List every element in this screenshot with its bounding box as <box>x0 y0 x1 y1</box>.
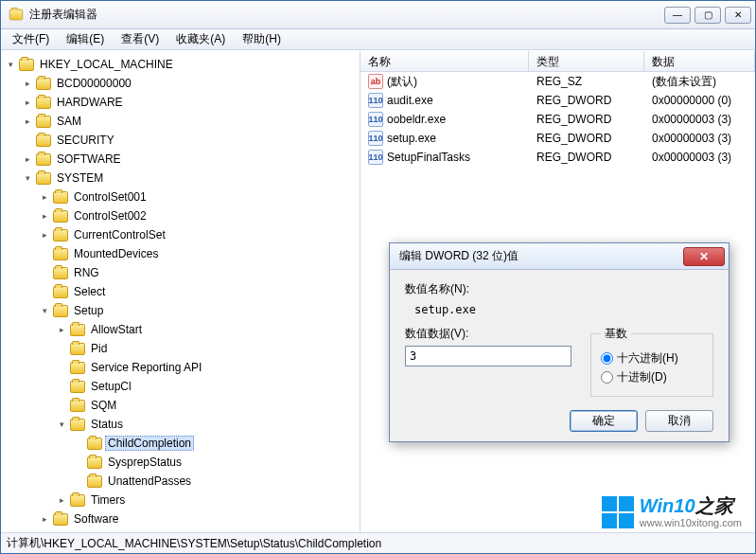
tree-node-label: ControlSet001 <box>71 189 149 205</box>
collapse-icon[interactable]: ▾ <box>5 59 16 70</box>
tree-node-label: SQM <box>88 398 119 413</box>
folder-icon <box>36 134 51 147</box>
value-row[interactable]: 110setup.exeREG_DWORD0x00000003 (3) <box>360 129 755 148</box>
radix-hex-label: 十六进制(H) <box>617 350 678 366</box>
expand-icon[interactable]: ▸ <box>56 324 67 335</box>
folder-icon <box>53 248 68 260</box>
tree-node[interactable]: UnattendPasses <box>73 472 360 491</box>
radix-hex-radio[interactable] <box>601 352 613 365</box>
maximize-button[interactable]: ▢ <box>694 7 721 24</box>
window-title: 注册表编辑器 <box>29 7 97 23</box>
menu-favorites[interactable]: 收藏夹(A) <box>168 29 233 49</box>
tree-node[interactable]: MountedDevices <box>39 244 360 263</box>
tree-node[interactable]: ▸AllowStart <box>56 320 360 339</box>
expand-icon[interactable]: ▸ <box>22 116 33 127</box>
tree-node[interactable]: ▾Status <box>56 415 360 434</box>
expand-icon[interactable]: ▸ <box>22 78 33 89</box>
value-row[interactable]: 110oobeldr.exeREG_DWORD0x00000003 (3) <box>360 110 755 129</box>
tree-node[interactable]: ▸SOFTWARE <box>22 150 360 169</box>
folder-icon <box>53 267 68 279</box>
tree-node[interactable]: ▸SAM <box>22 112 360 131</box>
collapse-icon[interactable]: ▾ <box>39 305 50 316</box>
tree-node-label: BCD00000000 <box>54 76 134 91</box>
cell-type: REG_SZ <box>529 75 644 88</box>
tree-root-node[interactable]: ▾HKEY_LOCAL_MACHINE <box>5 55 360 74</box>
collapse-icon[interactable]: ▾ <box>56 419 67 430</box>
ok-button[interactable]: 确定 <box>570 410 638 432</box>
column-type[interactable]: 类型 <box>529 51 644 71</box>
tree-node[interactable]: ▾Setup <box>39 301 360 320</box>
tree-node[interactable]: Pid <box>56 339 360 358</box>
dialog-close-button[interactable]: ✕ <box>683 247 725 266</box>
cancel-button[interactable]: 取消 <box>645 410 713 432</box>
cell-name: 110oobeldr.exe <box>360 112 529 127</box>
expand-icon[interactable]: ▸ <box>56 494 67 506</box>
menubar: 文件(F) 编辑(E) 查看(V) 收藏夹(A) 帮助(H) <box>1 29 755 50</box>
value-name-label: 数值名称(N): <box>405 281 713 297</box>
folder-icon <box>70 362 85 374</box>
tree-node[interactable]: SQM <box>56 396 360 415</box>
column-name[interactable]: 名称 <box>360 51 529 71</box>
folder-icon <box>36 116 51 128</box>
dialog-titlebar[interactable]: 编辑 DWORD (32 位)值 ✕ <box>390 243 729 270</box>
tree-pane[interactable]: ▾HKEY_LOCAL_MACHINE▸BCD00000000▸HARDWARE… <box>1 51 360 532</box>
tree-node[interactable]: ▸ControlSet001 <box>39 188 360 206</box>
value-row[interactable]: 110SetupFinalTasksREG_DWORD0x00000003 (3… <box>360 148 755 167</box>
tree-node[interactable]: ▸CurrentControlSet <box>39 225 360 244</box>
collapse-icon[interactable]: ▾ <box>22 172 33 184</box>
tree-node[interactable]: SECURITY <box>22 131 360 150</box>
dialog-buttons: 确定 取消 <box>405 410 713 432</box>
value-row[interactable]: 110audit.exeREG_DWORD0x00000000 (0) <box>360 91 755 110</box>
folder-icon <box>87 456 102 469</box>
expand-icon[interactable]: ▸ <box>39 229 50 241</box>
radix-dec-row[interactable]: 十进制(D) <box>601 369 703 385</box>
tree-node-label: CurrentControlSet <box>71 227 168 242</box>
radix-legend: 基数 <box>601 326 631 342</box>
tree-node[interactable]: RNG <box>39 263 360 282</box>
tree-node[interactable]: Service Reporting API <box>56 358 360 377</box>
binary-value-icon: 110 <box>368 112 383 127</box>
expand-icon[interactable]: ▸ <box>22 97 33 108</box>
registry-tree: ▾HKEY_LOCAL_MACHINE▸BCD00000000▸HARDWARE… <box>5 55 360 528</box>
tree-node-label: ControlSet002 <box>71 208 149 223</box>
tree-node-label: Pid <box>88 341 110 356</box>
tree-node-label: SECURITY <box>54 133 117 148</box>
value-row[interactable]: ab(默认)REG_SZ(数值未设置) <box>360 72 755 91</box>
tree-node[interactable]: ChildCompletion <box>73 434 360 453</box>
titlebar[interactable]: 注册表编辑器 — ▢ ✕ <box>1 1 755 29</box>
edit-dword-dialog[interactable]: 编辑 DWORD (32 位)值 ✕ 数值名称(N): setup.exe 数值… <box>389 242 730 442</box>
tree-node[interactable]: Select <box>39 282 360 301</box>
folder-icon <box>36 78 51 90</box>
tree-node[interactable]: ▸ControlSet002 <box>39 206 360 225</box>
column-data[interactable]: 数据 <box>644 51 755 71</box>
value-data-input[interactable] <box>405 346 571 366</box>
tree-node[interactable]: ▸Timers <box>56 491 360 509</box>
expand-icon[interactable]: ▸ <box>22 153 33 165</box>
cell-data: 0x00000003 (3) <box>644 151 755 164</box>
cell-data: 0x00000003 (3) <box>644 132 755 145</box>
menu-help[interactable]: 帮助(H) <box>235 29 289 49</box>
cell-name: 110setup.exe <box>360 131 529 146</box>
tree-node[interactable]: ▾SYSTEM <box>22 169 360 188</box>
tree-node[interactable]: ▸Software <box>39 509 360 528</box>
menu-view[interactable]: 查看(V) <box>114 29 167 49</box>
cell-name: 110SetupFinalTasks <box>360 150 529 165</box>
close-button[interactable]: ✕ <box>725 7 751 24</box>
expand-icon[interactable]: ▸ <box>39 210 50 222</box>
radix-fieldset: 基数 十六进制(H) 十进制(D) <box>590 326 713 397</box>
minimize-button[interactable]: — <box>664 7 691 24</box>
tree-node[interactable]: ▸HARDWARE <box>22 93 360 112</box>
radix-hex-row[interactable]: 十六进制(H) <box>601 350 703 366</box>
expand-icon[interactable]: ▸ <box>39 191 50 203</box>
menu-file[interactable]: 文件(F) <box>5 29 57 49</box>
cell-type: REG_DWORD <box>529 94 644 107</box>
expand-icon[interactable]: ▸ <box>39 513 50 525</box>
value-data-label: 数值数据(V): <box>405 326 571 342</box>
tree-node[interactable]: ▸BCD00000000 <box>22 74 360 93</box>
binary-value-icon: 110 <box>368 150 383 165</box>
radix-dec-radio[interactable] <box>601 371 613 384</box>
tree-node[interactable]: SysprepStatus <box>73 453 360 472</box>
menu-edit[interactable]: 编辑(E) <box>59 29 112 49</box>
tree-node[interactable]: SetupCl <box>56 377 360 396</box>
cell-data: (数值未设置) <box>644 74 755 90</box>
